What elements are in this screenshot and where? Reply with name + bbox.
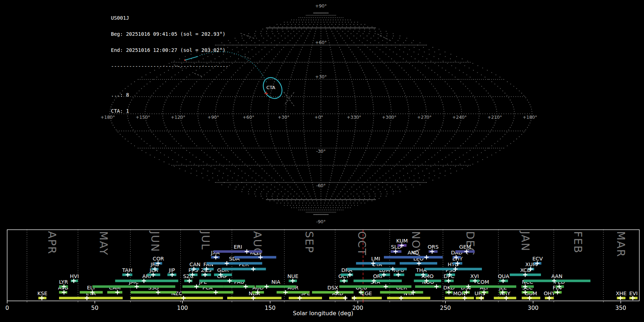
shower-peak-RPU xyxy=(396,273,400,277)
timeline-shower-bars: KSEETANZCNDASPEARDEGENTAMONURSAHYGUMOHYX… xyxy=(38,238,638,300)
shower-peak-ERI xyxy=(245,249,249,254)
tick-label: 0 xyxy=(5,304,9,311)
shower-peak-XHE xyxy=(618,296,623,300)
count-cta: CTA: 1 xyxy=(111,108,229,114)
shower-bar-CTA xyxy=(347,268,407,270)
tick-label: 150 xyxy=(265,304,276,311)
shower-peak-CAM xyxy=(115,290,119,294)
shower-peak-DKD xyxy=(447,290,451,294)
shower-label-AAN: AAN xyxy=(551,273,562,279)
shower-peak-JMC xyxy=(135,284,139,289)
ecliptic-longitude-label: +210° xyxy=(487,114,502,120)
shower-label-KSE: KSE xyxy=(38,291,48,296)
shower-bar-SDA xyxy=(206,262,262,265)
separator-line: --------------------------------------- xyxy=(111,64,229,69)
spacer xyxy=(111,80,229,82)
shower-label-LMI: LMI xyxy=(371,256,380,262)
month-label: FEB xyxy=(572,231,584,254)
shower-peak-PER xyxy=(251,267,255,271)
shower-label-AND: AND xyxy=(408,250,419,255)
shower-peak-ARI xyxy=(142,279,146,283)
shower-peak-LUM xyxy=(382,273,386,277)
shower-peak-AND xyxy=(424,255,429,259)
shower-peak-OCT xyxy=(342,279,346,283)
shower-peak-ORS xyxy=(430,249,434,254)
shower-peak-JPE xyxy=(194,284,199,289)
shower-bar-HYD xyxy=(424,268,482,270)
shower-peak-NTA xyxy=(399,296,403,300)
shower-bar-COM xyxy=(450,286,516,288)
shower-bar-JPE xyxy=(182,286,224,288)
shower-bar-KCG xyxy=(234,256,276,259)
shower-peak-JEA xyxy=(151,273,155,277)
shower-peak-FEV xyxy=(555,290,560,294)
shower-bar-STA xyxy=(339,286,411,288)
month-label: MAR xyxy=(615,231,627,257)
shower-label-DSX: DSX xyxy=(327,285,338,291)
shower-peak-PCA xyxy=(214,290,218,294)
radiant-label: CTA xyxy=(267,85,275,90)
shower-label-XVI: XVI xyxy=(470,273,479,279)
cta-radiant-marker: CTA xyxy=(259,74,286,102)
figure-canvas: +180°+150°+120°+90°+60°+30°+0°+330°+300°… xyxy=(0,0,644,322)
shower-peak-URS xyxy=(479,296,483,300)
shower-bar-ARI xyxy=(115,280,178,282)
shower-bar-DSX xyxy=(312,291,353,294)
shower-peak-PAU xyxy=(244,284,248,289)
shower-bar-PCA xyxy=(182,291,233,294)
tick-label: 50 xyxy=(91,304,98,311)
ecliptic-latitude-label: +30° xyxy=(315,74,327,79)
shower-peak-SZC xyxy=(187,279,191,283)
shower-peak-QUA xyxy=(501,279,505,283)
tick-label: 200 xyxy=(352,304,364,311)
shower-peak-AUR xyxy=(283,290,288,294)
shower-label-ECV: ECV xyxy=(532,256,543,262)
ecliptic-longitude-label: +300° xyxy=(382,114,396,120)
month-label: OCT xyxy=(356,231,368,256)
shower-bar-ERI xyxy=(214,250,262,253)
shower-bar-NIA xyxy=(256,286,296,288)
shower-peak-XCB xyxy=(523,273,527,277)
ecliptic-longitude-label: +240° xyxy=(452,114,467,120)
shower-peak-AHY xyxy=(504,296,508,300)
count-other: ...: 8 xyxy=(111,92,229,98)
shower-label-ORS: ORS xyxy=(428,244,439,250)
shower-peak-GUM xyxy=(527,296,532,300)
month-label: JUN xyxy=(149,230,161,252)
shower-label-QUA: QUA xyxy=(498,273,509,279)
shower-peak-NIA xyxy=(264,284,269,289)
tick-label: 300 xyxy=(528,304,539,311)
ecliptic-longitude-label: +60° xyxy=(243,114,254,120)
shower-peak-OHY xyxy=(547,296,551,300)
shower-bar-JMC xyxy=(92,286,175,288)
shower-bar-CAM xyxy=(107,291,122,294)
shower-peak-JIP xyxy=(170,273,174,277)
begin-time: Beg: 20251016 09:41:05 (sol = 202.93°) xyxy=(111,31,229,37)
ecliptic-latitude-label: -30° xyxy=(316,148,326,154)
shower-bar-PAU xyxy=(224,286,255,288)
tick-label: 250 xyxy=(440,304,451,311)
shower-peak-SPE xyxy=(298,296,302,300)
shower-peak-NUE xyxy=(291,279,295,283)
shower-peak-EGE xyxy=(352,296,356,300)
shower-peak-LEO xyxy=(417,261,421,265)
shower-peak-SSG xyxy=(156,290,160,294)
month-label: JAN xyxy=(519,230,532,252)
shower-bar-SPE xyxy=(289,297,322,299)
shower-label-NUE: NUE xyxy=(287,273,298,279)
shower-label-KUM: KUM xyxy=(396,238,408,244)
station-id: US001J xyxy=(111,15,229,21)
shower-peak-SLD xyxy=(394,249,398,254)
shower-bar-ORI xyxy=(353,280,402,282)
ecliptic-longitude-label: +0° xyxy=(314,114,323,120)
shower-label-ERI: ERI xyxy=(234,244,242,250)
ecliptic-latitude-label: +60° xyxy=(315,40,327,45)
end-time: End: 20251016 12:00:27 (sol = 203.02°) xyxy=(111,48,229,53)
shower-peak-SDA xyxy=(225,261,229,265)
shower-bar-ETA xyxy=(59,297,123,299)
month-label: MAY xyxy=(97,231,110,255)
shower-peak-NOO xyxy=(434,284,439,289)
shower-bar-PER xyxy=(222,268,266,270)
observation-info-panel: US001J Beg: 20251016 09:41:05 (sol = 202… xyxy=(111,5,229,125)
shower-peak-NDA xyxy=(251,296,255,300)
